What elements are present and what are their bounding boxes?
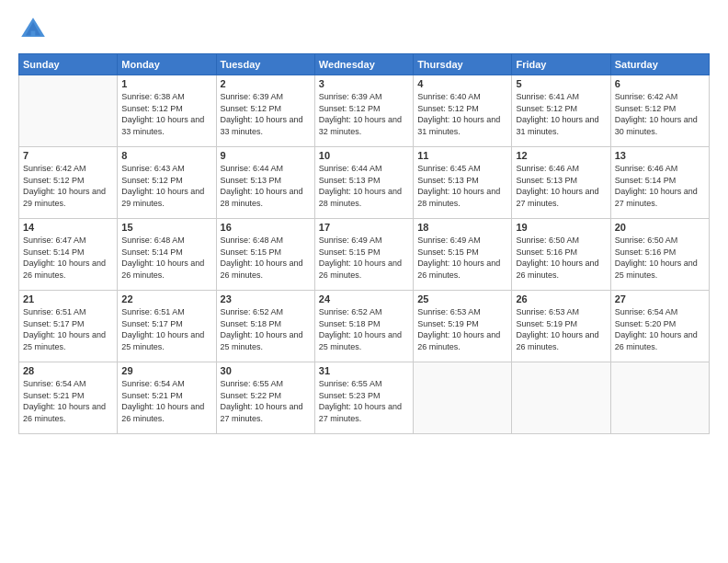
calendar-cell: 22Sunrise: 6:51 AMSunset: 5:17 PMDayligh… <box>118 291 216 362</box>
day-info: Sunrise: 6:47 AMSunset: 5:14 PMDaylight:… <box>23 235 113 281</box>
calendar-cell: 18Sunrise: 6:49 AMSunset: 5:15 PMDayligh… <box>414 219 512 291</box>
calendar-cell: 1Sunrise: 6:38 AMSunset: 5:12 PMDaylight… <box>118 75 216 147</box>
day-info: Sunrise: 6:42 AMSunset: 5:12 PMDaylight:… <box>23 163 113 209</box>
weekday-header-wednesday: Wednesday <box>314 54 413 75</box>
day-number: 21 <box>23 293 113 304</box>
day-number: 18 <box>417 222 507 233</box>
day-info: Sunrise: 6:50 AMSunset: 5:16 PMDaylight:… <box>615 235 705 281</box>
calendar-table: SundayMondayTuesdayWednesdayThursdayFrid… <box>18 53 710 434</box>
calendar-cell: 4Sunrise: 6:40 AMSunset: 5:12 PMDaylight… <box>414 75 512 147</box>
header <box>18 15 710 44</box>
day-number: 10 <box>319 150 409 161</box>
page-container: SundayMondayTuesdayWednesdayThursdayFrid… <box>0 0 728 443</box>
calendar-cell: 28Sunrise: 6:54 AMSunset: 5:21 PMDayligh… <box>19 362 118 434</box>
day-number: 12 <box>516 150 606 161</box>
day-number: 28 <box>23 365 113 376</box>
calendar-cell <box>512 362 610 434</box>
day-number: 31 <box>319 365 409 376</box>
calendar-cell <box>414 362 512 434</box>
weekday-header-monday: Monday <box>118 54 216 75</box>
day-number: 25 <box>417 293 507 304</box>
day-number: 1 <box>121 78 211 89</box>
day-info: Sunrise: 6:50 AMSunset: 5:16 PMDaylight:… <box>516 235 606 281</box>
day-number: 26 <box>516 293 606 304</box>
day-number: 2 <box>221 78 311 89</box>
calendar-cell: 8Sunrise: 6:43 AMSunset: 5:12 PMDaylight… <box>118 147 216 219</box>
day-info: Sunrise: 6:53 AMSunset: 5:19 PMDaylight:… <box>516 306 606 352</box>
day-info: Sunrise: 6:54 AMSunset: 5:21 PMDaylight:… <box>121 378 211 424</box>
weekday-header-thursday: Thursday <box>414 54 512 75</box>
calendar-cell: 6Sunrise: 6:42 AMSunset: 5:12 PMDaylight… <box>610 75 709 147</box>
day-number: 6 <box>615 78 705 89</box>
day-info: Sunrise: 6:46 AMSunset: 5:13 PMDaylight:… <box>516 163 606 209</box>
day-info: Sunrise: 6:55 AMSunset: 5:23 PMDaylight:… <box>319 378 409 424</box>
calendar-cell: 27Sunrise: 6:54 AMSunset: 5:20 PMDayligh… <box>610 291 709 362</box>
calendar-cell: 3Sunrise: 6:39 AMSunset: 5:12 PMDaylight… <box>314 75 413 147</box>
day-info: Sunrise: 6:53 AMSunset: 5:19 PMDaylight:… <box>417 306 507 352</box>
calendar-cell: 5Sunrise: 6:41 AMSunset: 5:12 PMDaylight… <box>512 75 610 147</box>
calendar-week-row: 1Sunrise: 6:38 AMSunset: 5:12 PMDaylight… <box>19 75 710 147</box>
calendar-cell: 16Sunrise: 6:48 AMSunset: 5:15 PMDayligh… <box>216 219 314 291</box>
calendar-cell: 13Sunrise: 6:46 AMSunset: 5:14 PMDayligh… <box>610 147 709 219</box>
svg-rect-2 <box>31 31 36 37</box>
logo-icon <box>18 15 48 44</box>
weekday-header-friday: Friday <box>512 54 610 75</box>
weekday-header-tuesday: Tuesday <box>216 54 314 75</box>
day-info: Sunrise: 6:49 AMSunset: 5:15 PMDaylight:… <box>319 235 409 281</box>
calendar-cell: 21Sunrise: 6:51 AMSunset: 5:17 PMDayligh… <box>19 291 118 362</box>
day-number: 8 <box>121 150 211 161</box>
day-info: Sunrise: 6:38 AMSunset: 5:12 PMDaylight:… <box>121 91 211 137</box>
day-info: Sunrise: 6:55 AMSunset: 5:22 PMDaylight:… <box>221 378 311 424</box>
day-info: Sunrise: 6:49 AMSunset: 5:15 PMDaylight:… <box>417 235 507 281</box>
day-info: Sunrise: 6:54 AMSunset: 5:21 PMDaylight:… <box>23 378 113 424</box>
day-number: 19 <box>516 222 606 233</box>
day-info: Sunrise: 6:39 AMSunset: 5:12 PMDaylight:… <box>319 91 409 137</box>
day-number: 17 <box>319 222 409 233</box>
calendar-cell: 19Sunrise: 6:50 AMSunset: 5:16 PMDayligh… <box>512 219 610 291</box>
day-info: Sunrise: 6:52 AMSunset: 5:18 PMDaylight:… <box>319 306 409 352</box>
day-number: 23 <box>221 293 311 304</box>
calendar-cell: 9Sunrise: 6:44 AMSunset: 5:13 PMDaylight… <box>216 147 314 219</box>
calendar-cell: 14Sunrise: 6:47 AMSunset: 5:14 PMDayligh… <box>19 219 118 291</box>
day-info: Sunrise: 6:40 AMSunset: 5:12 PMDaylight:… <box>417 91 507 137</box>
day-info: Sunrise: 6:39 AMSunset: 5:12 PMDaylight:… <box>221 91 311 137</box>
day-info: Sunrise: 6:46 AMSunset: 5:14 PMDaylight:… <box>615 163 705 209</box>
day-number: 7 <box>23 150 113 161</box>
day-info: Sunrise: 6:41 AMSunset: 5:12 PMDaylight:… <box>516 91 606 137</box>
calendar-cell: 11Sunrise: 6:45 AMSunset: 5:13 PMDayligh… <box>414 147 512 219</box>
day-info: Sunrise: 6:48 AMSunset: 5:14 PMDaylight:… <box>121 235 211 281</box>
calendar-cell: 10Sunrise: 6:44 AMSunset: 5:13 PMDayligh… <box>314 147 413 219</box>
day-info: Sunrise: 6:51 AMSunset: 5:17 PMDaylight:… <box>23 306 113 352</box>
day-number: 29 <box>121 365 211 376</box>
day-info: Sunrise: 6:44 AMSunset: 5:13 PMDaylight:… <box>221 163 311 209</box>
weekday-header-saturday: Saturday <box>610 54 709 75</box>
day-info: Sunrise: 6:42 AMSunset: 5:12 PMDaylight:… <box>615 91 705 137</box>
calendar-cell: 7Sunrise: 6:42 AMSunset: 5:12 PMDaylight… <box>19 147 118 219</box>
calendar-cell: 30Sunrise: 6:55 AMSunset: 5:22 PMDayligh… <box>216 362 314 434</box>
day-number: 9 <box>221 150 311 161</box>
day-number: 11 <box>417 150 507 161</box>
day-number: 5 <box>516 78 606 89</box>
day-number: 30 <box>221 365 311 376</box>
day-number: 20 <box>615 222 705 233</box>
weekday-header-sunday: Sunday <box>19 54 118 75</box>
calendar-cell: 29Sunrise: 6:54 AMSunset: 5:21 PMDayligh… <box>118 362 216 434</box>
calendar-cell: 2Sunrise: 6:39 AMSunset: 5:12 PMDaylight… <box>216 75 314 147</box>
calendar-cell: 12Sunrise: 6:46 AMSunset: 5:13 PMDayligh… <box>512 147 610 219</box>
day-info: Sunrise: 6:54 AMSunset: 5:20 PMDaylight:… <box>615 306 705 352</box>
weekday-header-row: SundayMondayTuesdayWednesdayThursdayFrid… <box>19 54 710 75</box>
day-info: Sunrise: 6:45 AMSunset: 5:13 PMDaylight:… <box>417 163 507 209</box>
calendar-cell <box>19 75 118 147</box>
day-number: 27 <box>615 293 705 304</box>
calendar-week-row: 14Sunrise: 6:47 AMSunset: 5:14 PMDayligh… <box>19 219 710 291</box>
day-number: 15 <box>121 222 211 233</box>
day-info: Sunrise: 6:52 AMSunset: 5:18 PMDaylight:… <box>221 306 311 352</box>
calendar-cell: 25Sunrise: 6:53 AMSunset: 5:19 PMDayligh… <box>414 291 512 362</box>
calendar-week-row: 21Sunrise: 6:51 AMSunset: 5:17 PMDayligh… <box>19 291 710 362</box>
day-number: 24 <box>319 293 409 304</box>
calendar-cell: 15Sunrise: 6:48 AMSunset: 5:14 PMDayligh… <box>118 219 216 291</box>
day-number: 13 <box>615 150 705 161</box>
calendar-cell: 23Sunrise: 6:52 AMSunset: 5:18 PMDayligh… <box>216 291 314 362</box>
calendar-cell <box>610 362 709 434</box>
day-info: Sunrise: 6:51 AMSunset: 5:17 PMDaylight:… <box>121 306 211 352</box>
